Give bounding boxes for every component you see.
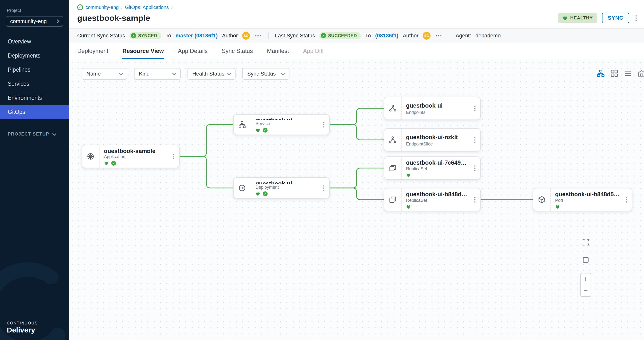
tab-app-diff[interactable]: App Diff: [303, 43, 324, 59]
tab-app-details[interactable]: App Details: [178, 43, 208, 59]
succeeded-badge: ✓ SUCCEEDED: [319, 32, 360, 39]
brand-lockup: CONTINUOUS Delivery: [7, 321, 38, 334]
to-label: To: [365, 32, 371, 39]
filter-name-dropdown[interactable]: Name: [82, 68, 127, 80]
sync-status-bar: Current Sync Status ✓ SYNCED To master (…: [69, 28, 644, 43]
node-menu-kebab-icon[interactable]: [473, 136, 477, 144]
node-menu-kebab-icon[interactable]: [473, 164, 477, 172]
project-status-icon: ✓: [77, 4, 83, 10]
app-menu-kebab-icon[interactable]: [634, 14, 638, 22]
health-status-badge: HEALTHY: [558, 13, 597, 23]
sidebar-item-deployments[interactable]: Deployments: [0, 48, 69, 63]
zoom-control-group: + −: [580, 273, 591, 297]
page-title: guestbook-sample: [77, 13, 150, 23]
agent-label: Agent:: [456, 32, 471, 39]
node-name: guestbook-ui-b848d5d9d: [406, 191, 468, 197]
node-pod[interactable]: guestbook-ui-b848d5d9... Pod: [533, 188, 632, 211]
breadcrumb-separator: ›: [171, 5, 173, 10]
pod-icon: [533, 188, 551, 211]
brand-delivery-label: Delivery: [7, 326, 38, 334]
chevron-down-icon: [227, 72, 232, 76]
header-actions: HEALTHY SYNC: [558, 13, 638, 23]
node-kind: Pod: [555, 198, 620, 203]
tab-deployment[interactable]: Deployment: [77, 43, 108, 59]
node-service[interactable]: guestbook-ui Service ✓: [233, 114, 330, 135]
node-kind: Deployment: [256, 185, 318, 190]
node-replicaset-7c64987dc9[interactable]: guestbook-ui-7c64987dc9 ReplicaSet: [384, 156, 481, 180]
project-setup-toggle[interactable]: PROJECT SETUP: [8, 132, 69, 137]
heart-icon: [562, 16, 568, 20]
filter-row: Name Kind Health Status Sync Status: [82, 68, 290, 80]
chevron-down-icon: [172, 72, 176, 76]
author-avatar: SC: [242, 32, 250, 40]
app-root: Project community-eng Overview Deploymen…: [0, 0, 644, 340]
breadcrumb-section-link[interactable]: GitOps: Applications: [125, 4, 169, 10]
node-application[interactable]: guestbook-sample Application ✓: [82, 145, 180, 168]
node-kind: ReplicaSet: [406, 166, 468, 172]
agent-value: debademo: [476, 32, 501, 39]
healthy-heart-icon: [104, 161, 109, 166]
node-name: guestbook-ui-7c64987dc9: [406, 159, 468, 166]
to-label: To: [166, 32, 171, 39]
breadcrumb-separator: ›: [121, 5, 123, 10]
tab-manifest[interactable]: Manifest: [267, 43, 289, 59]
zoom-in-button[interactable]: +: [581, 274, 590, 285]
divider: [449, 32, 449, 39]
node-replicaset-b848d5d9d[interactable]: guestbook-ui-b848d5d9d ReplicaSet: [384, 188, 481, 211]
node-status-icons: [555, 204, 620, 209]
author-label: Author: [222, 32, 238, 39]
tab-resource-view[interactable]: Resource View: [122, 43, 164, 59]
sidebar-item-pipelines[interactable]: Pipelines: [0, 63, 69, 77]
sidebar-item-environments[interactable]: Environments: [0, 91, 69, 105]
last-target-link[interactable]: (08136f1): [375, 32, 398, 39]
chevron-right-icon: [55, 20, 60, 24]
node-status-icons: [406, 204, 468, 209]
filter-health-status-dropdown[interactable]: Health Status: [188, 68, 236, 80]
filter-sync-status-dropdown[interactable]: Sync Status: [242, 68, 290, 80]
project-selector[interactable]: community-eng: [6, 16, 63, 27]
healthy-heart-icon: [256, 192, 260, 196]
fullscreen-button[interactable]: [580, 237, 591, 248]
sidebar-item-gitops[interactable]: GitOps: [0, 105, 69, 119]
zoom-out-button[interactable]: −: [581, 285, 590, 296]
node-kind: Endpoints: [406, 110, 468, 115]
replicaset-icon: [384, 188, 402, 211]
node-menu-kebab-icon[interactable]: [473, 196, 477, 204]
sidebar-nav: Overview Deployments Pipelines Services …: [0, 34, 69, 119]
node-menu-kebab-icon[interactable]: [473, 104, 477, 113]
node-endpoints[interactable]: guestbook-ui Endpoints: [384, 97, 481, 120]
current-sync-label: Current Sync Status: [77, 32, 125, 39]
grid-view-icon[interactable]: [610, 70, 618, 77]
chevron-down-icon: [281, 72, 285, 76]
breadcrumb-project-link[interactable]: community-eng: [86, 4, 119, 10]
node-menu-kebab-icon[interactable]: [624, 196, 628, 204]
sync-button[interactable]: SYNC: [602, 13, 629, 23]
healthy-heart-icon: [406, 204, 411, 209]
sidebar-item-services[interactable]: Services: [0, 77, 69, 91]
node-status-icons: ✓: [104, 161, 167, 166]
node-deployment[interactable]: guestbook-ui Deployment ✓: [233, 177, 330, 199]
tree-view-icon[interactable]: [597, 70, 605, 77]
resource-tree-canvas[interactable]: Name Kind Health Status Sync Status: [69, 59, 644, 340]
filter-kind-dropdown[interactable]: Kind: [134, 68, 181, 80]
node-name: guestbook-ui: [406, 102, 468, 109]
fit-selection-button[interactable]: [580, 254, 591, 265]
list-view-icon[interactable]: [624, 70, 632, 77]
node-menu-kebab-icon[interactable]: [172, 152, 176, 161]
tab-sync-status[interactable]: Sync Status: [222, 43, 253, 59]
more-options-icon[interactable]: [435, 34, 442, 38]
group-view-icon[interactable]: [638, 70, 644, 77]
more-options-icon[interactable]: [254, 34, 262, 38]
node-endpointslice[interactable]: guestbook-ui-nzklt EndpointSlice: [384, 128, 481, 152]
node-menu-kebab-icon[interactable]: [322, 120, 326, 129]
author-label: Author: [402, 32, 418, 39]
project-label: Project: [7, 8, 69, 13]
current-target-link[interactable]: master (08136f1): [176, 32, 218, 39]
node-status-icons: [406, 173, 468, 177]
endpointslice-icon: [384, 129, 402, 151]
check-circle-icon: ✓: [321, 33, 326, 38]
canvas-controls: + −: [580, 237, 592, 297]
node-kind: ReplicaSet: [406, 198, 468, 203]
sidebar-item-overview[interactable]: Overview: [0, 34, 69, 48]
node-menu-kebab-icon[interactable]: [322, 184, 326, 192]
